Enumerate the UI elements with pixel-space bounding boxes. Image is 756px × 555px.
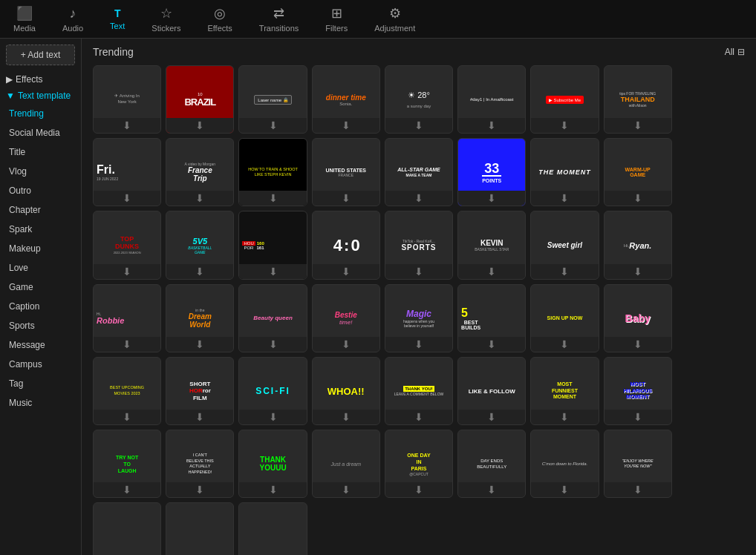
sidebar-item-chapter[interactable]: Chapter — [0, 200, 81, 220]
nav-transitions[interactable]: ⇄ Transitions — [253, 2, 304, 36]
template-whoa[interactable]: WHOA!! ⬇ — [312, 357, 380, 425]
template-scifi[interactable]: SCI-FI ⬇ — [238, 357, 307, 425]
sidebar-item-social-media[interactable]: Social Media — [0, 123, 81, 142]
download-whoa[interactable]: ⬇ — [313, 410, 379, 424]
template-onedayparis[interactable]: ONE DAYINPARIS @CAPCUT ⬇ — [385, 430, 453, 498]
template-icantbelieve[interactable]: I CAN'TBELIEVE THISACTUALLYHAPPENED! ⬇ — [166, 430, 234, 498]
template-thankyou[interactable]: THANK YOU! LEAVE A COMMENT BELOW ⬇ — [385, 357, 453, 425]
download-40[interactable]: ⬇ — [313, 264, 379, 279]
download-justadream[interactable]: ⬇ — [313, 482, 379, 497]
download-unitedstates[interactable]: ⬇ — [313, 191, 379, 206]
template-enjoywhere[interactable]: "ENJOY WHEREYOU'RE NOW" ⬇ — [604, 430, 672, 498]
nav-adjustment[interactable]: ⚙ Adjustment — [368, 2, 421, 36]
download-baby[interactable]: ⬇ — [605, 337, 671, 352]
template-bestie[interactable]: Bestie time! ⬇ — [312, 284, 380, 352]
download-tiktoksports[interactable]: ⬇ — [385, 264, 452, 279]
sidebar-item-message[interactable]: Message — [0, 335, 81, 355]
template-fri[interactable]: Fri. 19 JUN 2022 ⬇ — [93, 138, 161, 206]
download-subscribe[interactable]: ⬇ — [531, 118, 598, 133]
download-warmup[interactable]: ⬇ — [605, 191, 671, 206]
download-shorthorror[interactable]: ⬇ — [166, 410, 233, 424]
template-cmon[interactable]: C'mon down to Florida. ⬇ — [530, 430, 599, 498]
download-laser[interactable]: ⬇ — [239, 118, 306, 133]
template-day1[interactable]: #day1 | In Amalficoast ⬇ — [457, 65, 526, 134]
download-signupnow[interactable]: ⬇ — [531, 337, 598, 352]
download-enjoywhere[interactable]: ⬇ — [605, 482, 671, 497]
template-justadream[interactable]: Just a dream ⬇ — [312, 430, 380, 498]
sidebar-item-title[interactable]: Title — [0, 142, 81, 162]
download-brazil[interactable]: ⬇ — [166, 118, 233, 133]
download-ryan[interactable]: ⬇ — [605, 264, 671, 279]
template-unitedstates[interactable]: UNITED STATES FRANCE ⬇ — [312, 138, 380, 206]
download-33pts[interactable]: ⬇ — [458, 191, 525, 206]
template-33pts[interactable]: 33 POINTS ⬇ — [457, 138, 526, 206]
template-bestmovies[interactable]: BEST UPCOMINGMOVIES 2023 ⬇ — [93, 357, 161, 425]
template-france[interactable]: A video by Morgan FranceTrip ⬇ — [166, 138, 234, 206]
download-dayends[interactable]: ⬇ — [458, 482, 525, 497]
download-thankyou[interactable]: ⬇ — [385, 410, 452, 424]
template-signupnow[interactable]: SIGN UP NOW ⬇ — [530, 284, 599, 352]
template-arriving[interactable]: ✈ Arriving InNew York ⬇ — [93, 65, 161, 134]
template-howtotrain[interactable]: HOW TO TRAIN & SHOOTLIKE STEPH KEVIN ⬇ — [238, 138, 307, 206]
nav-filters[interactable]: ⊞ Filters — [319, 2, 353, 36]
template-shorthorror[interactable]: SHORTHORrorFILM ⬇ — [166, 357, 234, 425]
sidebar-item-tag[interactable]: Tag — [0, 374, 81, 393]
sidebar-item-love[interactable]: Love — [0, 258, 81, 278]
add-text-button[interactable]: + Add text — [6, 45, 75, 65]
sidebar-item-trending[interactable]: Trending — [0, 104, 81, 123]
download-onedayparis[interactable]: ⬇ — [385, 482, 452, 497]
template-topdunks[interactable]: TOPDUNKS 2022-2023 SEASON ⬇ — [93, 211, 161, 279]
sidebar-item-vlog[interactable]: Vlog — [0, 162, 81, 181]
template-moment[interactable]: THE MOMENT ⬇ — [530, 138, 599, 206]
template-placeholder1[interactable]: ⬇ — [93, 502, 161, 555]
download-dream[interactable]: ⬇ — [166, 337, 233, 352]
sidebar-item-spark[interactable]: Spark — [0, 220, 81, 239]
download-bestmovies[interactable]: ⬇ — [94, 410, 160, 424]
template-subscribe[interactable]: ▶ Subscribe Me ⬇ — [530, 65, 599, 134]
sidebar-item-music[interactable]: Music — [0, 393, 81, 413]
download-day1[interactable]: ⬇ — [458, 118, 525, 133]
template-dayends[interactable]: DAY ENDSBEAUTIFULLY ⬇ — [457, 430, 526, 498]
download-scoreboard[interactable]: ⬇ — [239, 264, 306, 279]
template-28[interactable]: ☀ 28°a sunny day ⬇ — [385, 65, 453, 134]
template-5v5[interactable]: 5V5 BASKETBALLGAME ⬇ — [166, 211, 234, 279]
download-dinner[interactable]: ⬇ — [313, 118, 379, 133]
nav-stickers[interactable]: ☆ Stickers — [146, 2, 186, 36]
sidebar-item-makeup[interactable]: Makeup — [0, 239, 81, 258]
template-ryan[interactable]: Hi, Ryan. ⬇ — [604, 211, 672, 279]
download-5v5[interactable]: ⬇ — [166, 264, 233, 279]
download-sweetgirl[interactable]: ⬇ — [531, 264, 598, 279]
nav-media[interactable]: ⬛ Media — [7, 2, 42, 36]
download-howtotrain[interactable]: ⬇ — [239, 191, 306, 206]
template-tiktoksports[interactable]: TikTok - Real KoK... SPORTS ⬇ — [385, 211, 453, 279]
download-scifi[interactable]: ⬇ — [239, 410, 306, 424]
sidebar-effects[interactable]: ▶ Effects — [0, 71, 81, 88]
template-placeholder3[interactable]: ⬇ — [238, 502, 307, 555]
template-placeholder2[interactable]: ⬇ — [166, 502, 234, 555]
download-moment[interactable]: ⬇ — [531, 191, 598, 206]
download-robbie[interactable]: ⬇ — [94, 337, 160, 352]
download-cmon[interactable]: ⬇ — [531, 482, 598, 497]
download-allstar[interactable]: ⬇ — [385, 191, 452, 206]
template-dream[interactable]: in the DreamWorld ⬇ — [166, 284, 234, 352]
template-baby[interactable]: Baby ⬇ — [604, 284, 672, 352]
download-france[interactable]: ⬇ — [166, 191, 233, 206]
sidebar-item-game[interactable]: Game — [0, 278, 81, 297]
download-fri[interactable]: ⬇ — [94, 191, 160, 206]
sidebar-item-campus[interactable]: Campus — [0, 355, 81, 374]
nav-effects[interactable]: ◎ Effects — [201, 2, 238, 36]
template-sweetgirl[interactable]: Sweet girl ⬇ — [530, 211, 599, 279]
sidebar-text-template[interactable]: ▼ Text template — [0, 88, 81, 104]
template-5best[interactable]: 5 BESTBUILDS ⬇ — [457, 284, 526, 352]
download-magic[interactable]: ⬇ — [385, 337, 452, 352]
template-scoreboard[interactable]: HOU 160 POR 161 ⬇ — [238, 211, 307, 279]
template-thailand[interactable]: tips FOR TRAVELING THAILAND with Alison … — [604, 65, 672, 134]
download-bestie[interactable]: ⬇ — [313, 337, 379, 352]
template-magic[interactable]: Magic happens when youbelieve in yoursel… — [385, 284, 453, 352]
template-trynotlaugh[interactable]: TRY NOTTOLAUGH ⬇ — [93, 430, 161, 498]
download-funniest[interactable]: ⬇ — [531, 410, 598, 424]
template-robbie[interactable]: Hi, Robbie ⬇ — [93, 284, 161, 352]
template-brazil[interactable]: 10 BRAZIL ⬇ — [166, 65, 234, 134]
download-thailand[interactable]: ⬇ — [605, 118, 671, 133]
sidebar-item-sports[interactable]: Sports — [0, 316, 81, 335]
